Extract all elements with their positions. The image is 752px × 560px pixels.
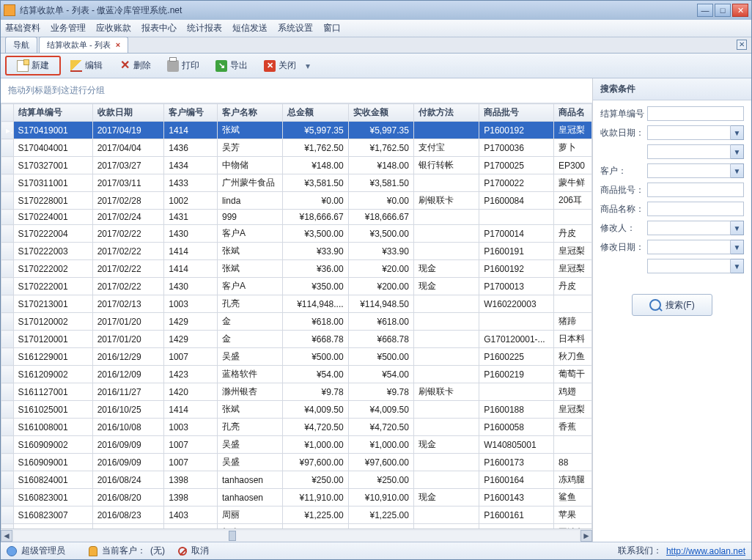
table-row[interactable]: S1702220042017/02/221430客户A¥3,500.00¥3,5… [1,225,592,243]
table-row[interactable]: S1704040012017/04/041436吴芳¥1,762.50¥1,76… [1,139,592,157]
search-title: 搜索条件 [593,78,751,100]
table-row[interactable]: S1702220012017/02/221430客户A¥350.00¥200.0… [1,278,592,295]
edit-icon [70,60,82,72]
col-custno[interactable]: 客户编号 [164,104,218,122]
chevron-down-icon[interactable]: ▼ [731,125,744,140]
data-grid[interactable]: 结算单编号 收款日期 客户编号 客户名称 总金额 实收金额 付款方法 商品批号 … [1,103,592,528]
chevron-down-icon[interactable]: ▼ [731,240,744,254]
col-goods[interactable]: 商品名 [553,104,591,122]
chevron-down-icon[interactable]: ▼ [731,259,744,273]
col-total[interactable]: 总金额 [283,104,348,122]
menu-window[interactable]: 窗口 [323,22,341,34]
label-modifier: 修改人： [600,222,643,235]
col-lot[interactable]: 商品批号 [479,104,554,122]
new-icon [17,60,29,72]
table-row[interactable]: S1608230012016/08/201398tanhaosen¥11,910… [1,489,592,506]
label-lot: 商品批号： [600,184,643,196]
edit-button[interactable]: 编辑 [64,56,109,75]
table-row[interactable]: S1702220022017/02/221414张斌¥36.00¥20.00现金… [1,260,592,278]
table-row[interactable]: S1608230072016/08/231403周丽¥1,225.00¥1,22… [1,506,592,524]
toolbar-overflow[interactable]: ▾ [306,61,313,71]
tab-close-icon[interactable]: × [116,40,120,49]
search-button[interactable]: 搜索(F) [632,294,712,316]
scroll-thumb[interactable] [229,531,236,541]
cancel-label[interactable]: 取消 [191,545,209,557]
close-tab-button[interactable]: ✕ 关闭 [257,56,303,75]
maximize-button[interactable]: □ [715,4,731,17]
col-paid[interactable]: 实收金额 [348,104,413,122]
scroll-left-icon[interactable]: ◄ [1,530,12,542]
minimize-button[interactable]: — [697,4,713,17]
table-row[interactable]: S1612090022016/12/091423蓝格软件¥54.00¥54.00… [1,366,592,383]
input-paydate-to[interactable] [647,144,731,159]
input-customer[interactable] [647,163,731,178]
table-row[interactable]: S1702240012017/02/241431999¥18,666.67¥18… [1,210,592,225]
app-icon [4,4,15,16]
tabstrip: 导航 结算收款单 - 列表 × ✕ [1,37,751,54]
col-custname[interactable]: 客户名称 [217,104,282,122]
contact-label: 联系我们： [618,545,662,557]
table-row[interactable]: S1702280012017/02/281002linda¥0.00¥0.00刷… [1,192,592,210]
new-button[interactable]: 新建 [5,56,61,75]
menu-business[interactable]: 业务管理 [51,22,86,34]
input-goods[interactable] [647,202,744,216]
menu-reports[interactable]: 报表中心 [141,22,177,34]
table-row[interactable]: S1701200022017/01/201429金¥618.00¥618.00猪… [1,313,592,331]
export-button[interactable]: ↘ 导出 [209,56,254,75]
print-icon [167,60,179,72]
input-paydate-from[interactable] [647,125,731,140]
menu-receivable[interactable]: 应收账款 [96,22,131,34]
tab-settlement-list[interactable]: 结算收款单 - 列表 × [39,37,128,53]
current-user: 超级管理员 [21,545,65,557]
label-paydate: 收款日期： [600,127,643,139]
col-method[interactable]: 付款方法 [413,104,479,122]
label-billno: 结算单编号： [600,108,643,120]
statusbar: 超级管理员 当前客户： (无) 取消 联系我们： http://www.aola… [1,542,751,559]
table-row[interactable]: S1611270012016/11/271420滁州银杏¥9.78¥9.78刷银… [1,383,592,401]
table-row[interactable]: S1702130012017/02/131003孔亮¥114,948....¥1… [1,295,592,313]
chevron-down-icon[interactable]: ▼ [731,221,744,235]
menu-settings[interactable]: 系统设置 [278,22,313,34]
table-row[interactable]: S1609090022016/09/091007吴盛¥1,000.00¥1,00… [1,436,592,454]
table-row[interactable]: S1701200012017/01/201429金¥668.78¥668.78G… [1,331,592,348]
customer-icon [89,546,97,556]
menubar: 基础资料 业务管理 应收账款 报表中心 统计报表 短信发送 系统设置 窗口 [1,20,751,37]
input-billno[interactable] [647,106,744,121]
chevron-down-icon[interactable]: ▼ [731,163,744,178]
table-row[interactable]: S1612290012016/12/291007吴盛¥500.00¥500.00… [1,348,592,366]
col-billno[interactable]: 结算单编号 [13,104,92,122]
titlebar: 结算收款单 - 列表 - 傲蓝冷库管理系统.net — □ ✕ [1,1,751,20]
export-icon: ↘ [215,60,227,72]
contact-link[interactable]: http://www.aolan.net [666,546,745,556]
menu-stats[interactable]: 统计报表 [187,22,222,34]
print-button[interactable]: 打印 [161,56,206,75]
delete-button[interactable]: ✕ 删除 [112,56,158,75]
close-button[interactable]: ✕ [732,4,748,17]
menu-sms[interactable]: 短信发送 [232,22,268,34]
input-moddate-to[interactable] [647,259,731,273]
table-row[interactable]: S1702220032017/02/221414张斌¥33.90¥33.90P1… [1,243,592,260]
cancel-icon [178,547,187,556]
table-row[interactable]: S1610250012016/10/251414张斌¥4,009.50¥4,00… [1,401,592,419]
table-row[interactable]: S1610080012016/10/081003孔亮¥4,720.50¥4,72… [1,419,592,436]
table-row[interactable]: S1703270012017/03/271434中物储¥148.00¥148.0… [1,157,592,174]
search-icon [649,299,661,311]
table-row[interactable]: S1609090012016/09/091007吴盛¥97,600.00¥97,… [1,454,592,471]
menu-basic[interactable]: 基础资料 [5,22,40,34]
col-paydate[interactable]: 收款日期 [92,104,164,122]
input-modifier[interactable] [647,221,731,235]
table-row[interactable]: ▸S1704190012017/04/191414张斌¥5,997.35¥5,9… [1,122,592,139]
table-row[interactable]: S1608240012016/08/241398tanhaosen¥250.00… [1,471,592,489]
chevron-down-icon[interactable]: ▼ [731,144,744,159]
input-moddate-from[interactable] [647,240,731,254]
toolbar: 新建 编辑 ✕ 删除 打印 ↘ 导出 ✕ 关闭 ▾ [1,54,751,78]
label-goods: 商品名称： [600,203,643,215]
horizontal-scrollbar[interactable]: ◄ ► [1,528,592,542]
tab-nav[interactable]: 导航 [5,37,37,53]
table-row[interactable]: S1703110012017/03/111433广州蒙牛食品¥3,581.50¥… [1,174,592,192]
delete-icon: ✕ [119,60,130,72]
panel-close-button[interactable]: ✕ [737,40,747,50]
input-lot[interactable] [647,183,744,197]
group-panel[interactable]: 拖动列标题到这进行分组 [1,78,592,103]
scroll-right-icon[interactable]: ► [580,530,592,542]
